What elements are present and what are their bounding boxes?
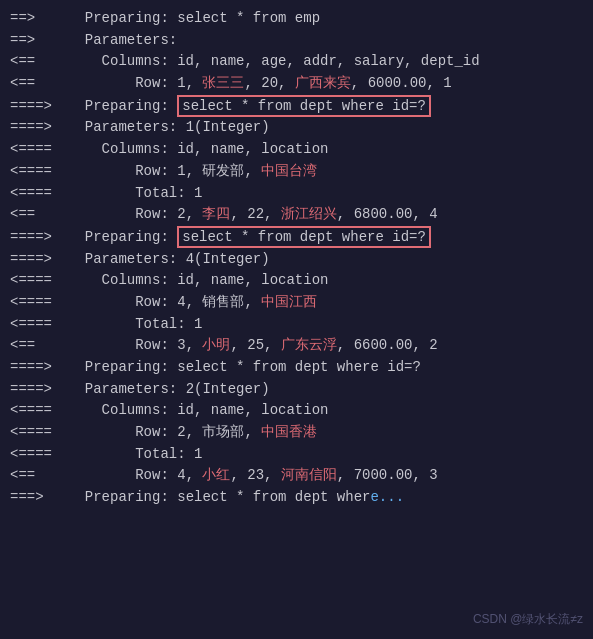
- log-line: <==== Total: 1: [4, 314, 589, 336]
- highlighted-sql: select * from dept where id=?: [177, 95, 431, 117]
- log-line: ==> Preparing: select * from emp: [4, 8, 589, 30]
- log-line: <== Row: 2, 李四, 22, 浙江绍兴, 6800.00, 4: [4, 204, 589, 226]
- log-line: ====> Parameters: 4(Integer): [4, 249, 589, 271]
- log-line: ====> Preparing: select * from dept wher…: [4, 95, 589, 118]
- log-line: <==== Columns: id, name, location: [4, 270, 589, 292]
- log-line: ===> Preparing: select * from dept where…: [4, 487, 589, 509]
- watermark: CSDN @绿水长流≠z: [473, 610, 583, 629]
- log-line: <==== Total: 1: [4, 183, 589, 205]
- log-line: <==== Row: 2, 市场部, 中国香港: [4, 422, 589, 444]
- log-line: ====> Preparing: select * from dept wher…: [4, 226, 589, 249]
- console-output: ==> Preparing: select * from emp==> Para…: [0, 0, 593, 639]
- log-line: <== Row: 3, 小明, 25, 广东云浮, 6600.00, 2: [4, 335, 589, 357]
- log-line: ==> Parameters:: [4, 30, 589, 52]
- log-line: ====> Parameters: 2(Integer): [4, 379, 589, 401]
- log-line: <==== Columns: id, name, location: [4, 139, 589, 161]
- log-line: <==== Columns: id, name, location: [4, 400, 589, 422]
- log-line: <== Row: 4, 小红, 23, 河南信阳, 7000.00, 3: [4, 465, 589, 487]
- log-line: <== Row: 1, 张三三, 20, 广西来宾, 6000.00, 1: [4, 73, 589, 95]
- log-line: <==== Row: 1, 研发部, 中国台湾: [4, 161, 589, 183]
- log-line: <==== Total: 1: [4, 444, 589, 466]
- log-line: ====> Parameters: 1(Integer): [4, 117, 589, 139]
- log-line: <== Columns: id, name, age, addr, salary…: [4, 51, 589, 73]
- log-line: ====> Preparing: select * from dept wher…: [4, 357, 589, 379]
- highlighted-sql: select * from dept where id=?: [177, 226, 431, 248]
- log-line: <==== Row: 4, 销售部, 中国江西: [4, 292, 589, 314]
